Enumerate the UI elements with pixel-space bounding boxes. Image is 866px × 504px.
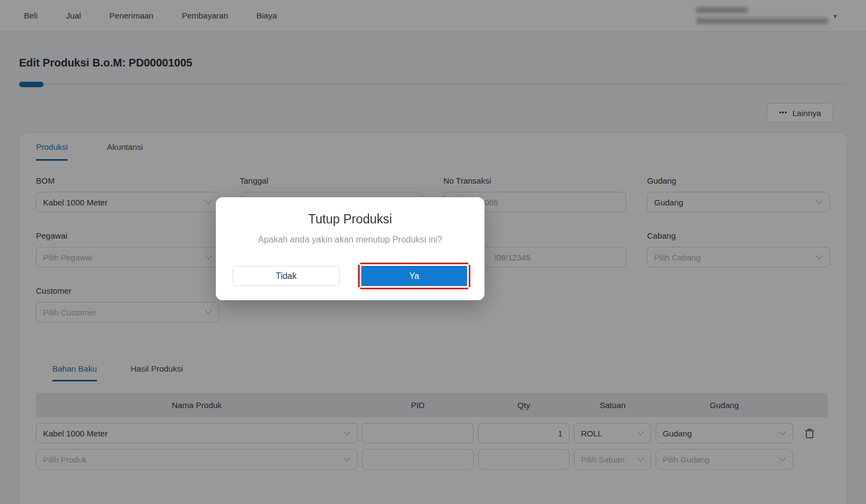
- confirm-button[interactable]: Ya: [361, 266, 467, 286]
- modal-title: Tutup Produksi: [216, 212, 485, 227]
- modal-actions: Tidak Ya: [233, 266, 467, 286]
- modal-message: Apakah anda yakin akan menutup Produksi …: [216, 235, 485, 245]
- cancel-button[interactable]: Tidak: [233, 266, 340, 286]
- tutup-produksi-modal: Tutup Produksi Apakah anda yakin akan me…: [216, 197, 485, 300]
